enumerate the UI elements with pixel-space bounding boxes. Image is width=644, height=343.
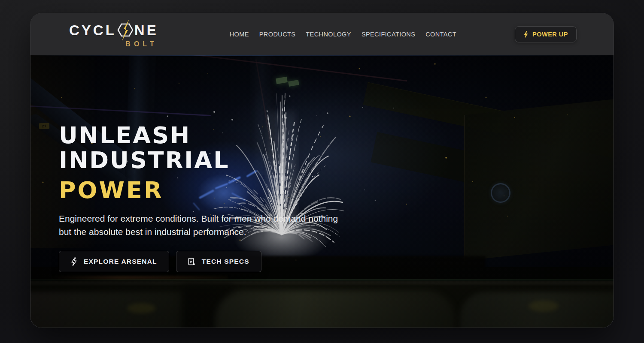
main-nav: HOME PRODUCTS TECHNOLOGY SPECIFICATIONS … [217,31,456,38]
hero-title: UNLEASH INDUSTRIAL [59,123,394,173]
page-background: { "brand": { "name_left": "CYCL", "name_… [0,0,644,343]
bolt-icon [71,257,77,266]
brand-logo-row: CYCL NE [69,21,158,40]
hexagon-bolt-icon [118,21,133,39]
nav-item-contact[interactable]: CONTACT [425,31,456,38]
hero-title-line1: UNLEASH [59,123,394,148]
logo-text-left: CYCL [69,22,116,39]
power-up-label: POWER UP [532,31,568,38]
spec-sheet-icon [188,258,195,266]
power-up-button[interactable]: POWER UP [515,26,577,42]
explore-arsenal-button[interactable]: EXPLORE ARSENAL [59,251,169,272]
explore-arsenal-label: EXPLORE ARSENAL [84,258,157,265]
hero-description-line2: but the absolute best in industrial perf… [59,227,246,237]
nav-item-specifications[interactable]: SPECIFICATIONS [361,31,415,38]
tech-specs-button[interactable]: TECH SPECS [176,251,261,272]
logo-subtitle: BOLT [69,40,158,48]
hero-title-line2: INDUSTRIAL [59,148,394,173]
bolt-icon [523,31,529,38]
nav-item-products[interactable]: PRODUCTS [259,31,296,38]
hero-button-row: EXPLORE ARSENAL TECH SPECS [59,251,394,272]
nav-item-technology[interactable]: TECHNOLOGY [306,31,351,38]
hero-description: Engineered for extreme conditions. Built… [59,212,394,238]
nav-item-home[interactable]: HOME [230,31,249,38]
tech-specs-label: TECH SPECS [202,258,249,265]
hero-section: 21 [30,55,614,328]
hero-description-line1: Engineered for extreme conditions. Built… [59,214,338,223]
site-header: CYCL NE BOLT HOME PRODUCTS TECHNOLOGY SP… [30,13,614,55]
hero-content: UNLEASH INDUSTRIAL POWER Engineered for … [59,123,394,272]
logo-text-right: NE [134,22,158,39]
hero-title-accent: POWER [59,177,394,204]
site-card: CYCL NE BOLT HOME PRODUCTS TECHNOLOGY SP… [30,13,614,328]
brand-logo[interactable]: CYCL NE BOLT [69,21,158,48]
